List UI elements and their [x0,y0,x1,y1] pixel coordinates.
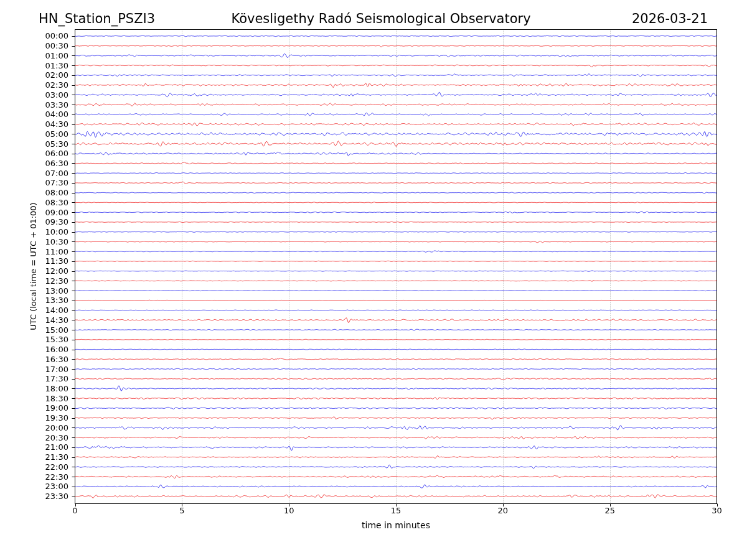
y-tick-label: 02:30 [0,80,68,90]
y-tick-label: 01:30 [0,61,68,70]
y-tick-label: 20:30 [0,433,68,442]
y-tick-label: 03:00 [0,90,68,100]
seismogram-plot-canvas [0,0,747,560]
y-tick-label: 05:00 [0,129,68,139]
date-title: 2026-03-21 [632,10,708,27]
x-tick-label: 5 [163,506,200,516]
y-tick-label: 17:00 [0,365,68,374]
y-tick-label: 23:00 [0,482,68,491]
y-tick-label: 23:30 [0,492,68,501]
y-tick-label: 00:00 [0,31,68,40]
y-tick-label: 19:30 [0,413,68,422]
y-tick-label: 15:30 [0,335,68,344]
y-tick-label: 22:00 [0,462,68,472]
x-tick-label: 30 [698,506,736,516]
y-tick-label: 16:30 [0,355,68,364]
y-tick-label: 00:30 [0,41,68,50]
y-tick-label: 03:30 [0,100,68,110]
y-tick-label: 05:30 [0,139,68,149]
y-tick-label: 08:00 [0,188,68,197]
y-tick-label: 20:00 [0,423,68,432]
y-tick-label: 02:00 [0,70,68,80]
y-tick-label: 18:30 [0,394,68,403]
y-axis-label: UTC (local time = UTC + 01:00) [29,202,38,330]
x-tick-label: 15 [377,506,415,516]
y-tick-label: 18:00 [0,384,68,393]
y-tick-label: 04:00 [0,110,68,119]
y-tick-label: 19:00 [0,403,68,413]
observatory-title: Kövesligethy Radó Seismological Observat… [194,10,568,27]
x-tick-label: 10 [270,506,308,516]
x-tick-label: 25 [591,506,629,516]
y-tick-label: 04:30 [0,119,68,129]
x-axis-label: time in minutes [271,520,520,530]
x-tick-label: 0 [57,506,94,516]
x-tick-label: 20 [484,506,522,516]
y-tick-label: 06:30 [0,159,68,168]
y-tick-label: 01:00 [0,51,68,60]
station-title: HN_Station_PSZI3 [39,10,155,27]
y-tick-label: 07:00 [0,169,68,178]
y-tick-label: 21:30 [0,452,68,462]
y-tick-label: 22:30 [0,472,68,482]
y-tick-label: 21:00 [0,442,68,452]
y-tick-label: 16:00 [0,345,68,354]
y-tick-label: 06:00 [0,149,68,158]
y-tick-label: 17:30 [0,374,68,383]
seismogram-figure: HN_Station_PSZI3 Kövesligethy Radó Seism… [0,0,747,560]
y-tick-label: 07:30 [0,178,68,187]
